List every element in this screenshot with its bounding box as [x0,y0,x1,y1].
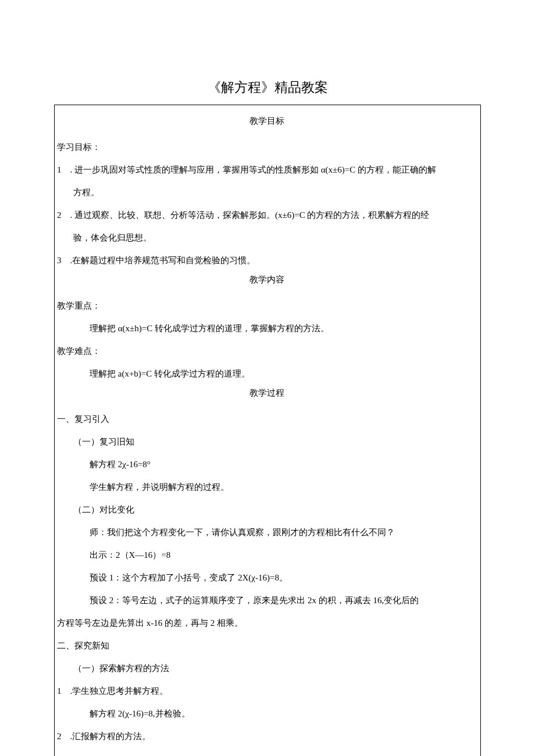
numbered-item: 1 .学生独立思考并解方程。 [57,680,477,703]
section-header-content: 教学内容 [57,274,477,285]
key-label: 教学重点： [57,295,477,317]
heading-level1: 二、探究新知 [57,635,477,657]
numbered-item: 2 .汇报解方程的方法。 [57,725,477,748]
body-text: 解方程 2χ-16=8° [57,453,477,476]
goal-label: 学习目标： [57,136,477,159]
content-frame: 教学目标 学习目标： 1 . 进一步巩固对等式性质的理解与应用，掌握用等式的性质… [54,105,481,756]
heading-level1: 一、复习引入 [57,408,477,431]
section-header-goal: 教学目标 [57,116,477,127]
hard-text: 理解把 a(x+b)=C 转化成学过方程的道理。 [57,363,477,385]
heading-level2: （一）复习旧知 [57,431,477,453]
goal-item-cont: 验，体会化归思想。 [57,227,477,249]
document-page: 《解方程》精品教案 教学目标 学习目标： 1 . 进一步巩固对等式性质的理解与应… [0,0,535,756]
goal-item: 1 . 进一步巩固对等式性质的理解与应用，掌握用等式的性质解形如 α(x±6)=… [57,159,477,181]
body-text: 师：我们把这个方程变化一下，请你认真观察，跟刚才的方程相比有什么不同？ [57,521,477,544]
goal-item-cont: 方程。 [57,181,477,204]
key-text: 理解把 α(x±h)=C 转化成学过方程的道理，掌握解方程的方法。 [57,317,477,340]
goal-item: 3 .在解题过程中培养规范书写和自觉检验的习惯。 [57,249,477,272]
body-text: 预设 2：等号左边，式子的运算顺序变了，原来是先求出 2x 的积，再减去 16,… [57,589,477,612]
goal-item: 2 . 通过观察、比较、联想、分析等活动，探索解形如。(x±6)=C 的方程的方… [57,204,477,227]
heading-level2: （二）对比变化 [57,499,477,521]
body-text: 方程等号左边是先算出 x-16 的差，再与 2 相乘。 [57,612,477,635]
body-text: 解方程 2(χ-16)=8,并检验。 [57,703,477,725]
body-text: 学生解方程，并说明解方程的过程。 [57,476,477,499]
body-text: 预设 1：这个方程加了小括号，变成了 2X(χ-16)=8。 [57,567,477,589]
section-header-process: 教学过程 [57,388,477,399]
page-title: 《解方程》精品教案 [54,78,481,96]
heading-level2: （一）探索解方程的方法 [57,657,477,680]
body-text: 出示：2（X—16）=8 [57,544,477,567]
hard-label: 教学难点： [57,340,477,363]
